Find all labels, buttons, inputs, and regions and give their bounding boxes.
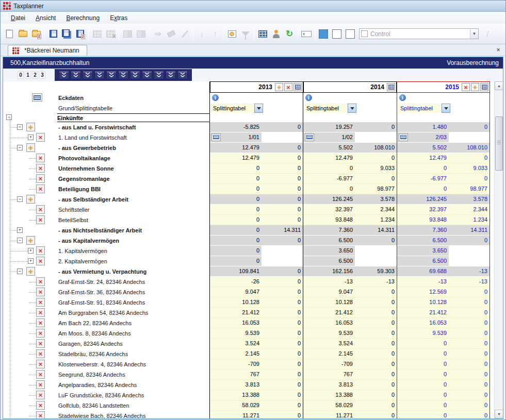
info-icon[interactable]: i (399, 94, 406, 101)
value-cell[interactable] (262, 132, 303, 143)
row-label[interactable]: 1. Kapitalvermögen (58, 246, 208, 256)
delete-item-button[interactable]: × (36, 257, 45, 265)
value-cell[interactable]: 0 (210, 225, 262, 236)
chevron-down-icon[interactable]: ▼ (470, 29, 478, 39)
value-cell[interactable]: 0 (449, 308, 489, 318)
value-cell[interactable]: 69.688 (397, 266, 449, 277)
value-cell[interactable]: 0 (355, 349, 397, 359)
collapse-toggle[interactable]: − (6, 114, 12, 120)
expand-toggle[interactable]: + (28, 248, 34, 254)
value-cell[interactable]: 9.033 (355, 163, 397, 174)
delete-item-button[interactable]: × (36, 215, 45, 224)
value-cell[interactable]: 14.311 (262, 225, 303, 236)
delete-item-button[interactable]: × (36, 184, 45, 193)
value-cell[interactable]: 10.128 (303, 297, 355, 308)
delete-item-button[interactable]: × (36, 360, 45, 368)
value-cell[interactable]: 108.010 (449, 143, 489, 153)
collapse-column-button[interactable] (177, 71, 188, 79)
value-cell[interactable]: 0 (262, 163, 303, 174)
year-header-2015[interactable]: 2015 (445, 83, 459, 91)
tab-baeckerei-neumann[interactable]: *Bäckerei Neumann (8, 45, 87, 56)
collapse-toggle[interactable]: − (17, 238, 23, 243)
value-cell[interactable]: 0 (449, 287, 489, 297)
value-cell[interactable]: 0 (262, 411, 303, 418)
value-cell[interactable]: 0 (210, 256, 262, 266)
value-cell[interactable]: 0 (210, 215, 262, 225)
value-cell[interactable]: 0 (262, 122, 303, 132)
row-label[interactable]: Eckdaten (58, 93, 208, 103)
row-label[interactable]: Photovoltaikanlage (58, 153, 208, 163)
value-cell[interactable]: 7.360 (397, 225, 449, 236)
value-cell[interactable]: 0 (449, 153, 489, 163)
value-cell[interactable]: 0 (355, 122, 397, 132)
collapse-toggle[interactable]: − (17, 145, 23, 150)
add-item-button[interactable]: + (26, 267, 35, 276)
row-label[interactable]: Unternehmen Sonne (58, 163, 208, 174)
delete-item-button[interactable]: × (36, 133, 45, 142)
value-cell[interactable]: 0 (397, 184, 449, 194)
collapse-column-button[interactable] (59, 71, 69, 79)
value-cell[interactable]: 6.500 (397, 236, 449, 246)
value-cell[interactable]: 0 (262, 194, 303, 205)
value-cell[interactable]: 0 (262, 153, 303, 163)
calendar-table-button[interactable] (256, 27, 269, 41)
delete-item-button[interactable]: × (36, 380, 45, 389)
splitting-table-dropdown[interactable]: Splittingtabel (398, 104, 450, 113)
open-details-button[interactable] (32, 93, 42, 102)
value-cell[interactable]: 0 (355, 369, 397, 380)
delete-item-button[interactable]: × (36, 339, 45, 348)
row-label[interactable]: Beteiligung BBI (58, 184, 208, 194)
value-cell[interactable]: 12.479 (210, 153, 262, 163)
chevron-down-icon[interactable] (348, 104, 356, 113)
delete-item-button[interactable]: × (36, 164, 45, 173)
reference-button[interactable] (399, 133, 408, 141)
value-cell[interactable]: 58.029 (303, 400, 355, 411)
value-cell[interactable]: 3.578 (449, 194, 489, 205)
value-cell[interactable]: 0 (262, 318, 303, 328)
square-outline-2-button[interactable] (344, 27, 357, 41)
value-cell[interactable]: 0 (397, 359, 449, 369)
value-cell[interactable]: 14.311 (355, 225, 397, 236)
value-cell[interactable]: 12.479 (210, 143, 262, 153)
collapse-column-button[interactable] (71, 71, 81, 79)
value-cell[interactable]: 0 (355, 339, 397, 349)
value-cell[interactable]: 11.271 (210, 411, 262, 418)
row-label[interactable]: - aus Gewerbebetrieb (58, 143, 208, 153)
value-cell[interactable]: -13 (449, 277, 489, 287)
value-cell[interactable]: 109.841 (210, 266, 262, 277)
value-cell[interactable]: 0 (355, 400, 397, 411)
value-cell[interactable]: 9.047 (303, 287, 355, 297)
row-label[interactable]: - aus Land u. Forstwirtschaft (58, 122, 208, 132)
value-cell[interactable]: 0 (355, 297, 397, 308)
collapse-column-button[interactable] (166, 71, 176, 79)
row-label[interactable]: Seegrund, 82346 Andechs (58, 369, 208, 380)
value-cell[interactable]: 16.053 (303, 318, 355, 328)
add-item-button[interactable]: + (26, 123, 35, 131)
value-cell[interactable]: 0 (355, 308, 397, 318)
row-label[interactable]: Angelparadies, 82346 Andechs (58, 380, 208, 390)
level-digit-0[interactable]: 0 (18, 71, 24, 79)
value-cell[interactable] (449, 256, 489, 266)
value-cell[interactable]: 0 (449, 122, 489, 132)
value-cell[interactable]: -13 (449, 266, 489, 277)
value-cell[interactable] (355, 132, 397, 143)
info-icon[interactable]: i (305, 94, 312, 101)
row-label[interactable]: - aus Kapitalvermögen (58, 236, 208, 246)
value-cell[interactable]: 1.480 (397, 122, 449, 132)
expand-toggle[interactable]: + (17, 227, 23, 233)
new-document-button[interactable] (3, 27, 16, 41)
close-icon[interactable]: × (494, 46, 502, 54)
value-cell[interactable]: 10.128 (210, 297, 262, 308)
value-cell[interactable]: -13 (397, 277, 449, 287)
person-button[interactable] (269, 27, 283, 41)
value-cell[interactable]: 13.388 (210, 390, 262, 400)
value-cell[interactable]: 3.578 (355, 194, 397, 205)
value-cell[interactable]: 59.303 (355, 266, 397, 277)
row-label[interactable]: - aus Nichtselbständiger Arbeit (58, 225, 208, 236)
row-label[interactable]: Klosterweberstr. 4, 82346 Andechs (58, 359, 208, 369)
collapse-toggle[interactable]: − (17, 268, 23, 274)
value-cell[interactable]: 58.029 (210, 400, 262, 411)
value-cell[interactable]: 0 (449, 318, 489, 328)
scroll-down-button[interactable]: ▼ (495, 410, 503, 418)
value-cell[interactable]: 0 (397, 349, 449, 359)
